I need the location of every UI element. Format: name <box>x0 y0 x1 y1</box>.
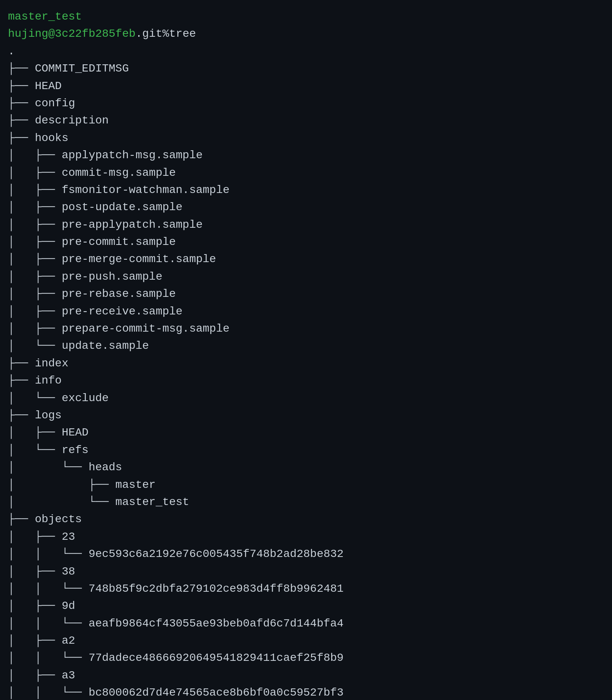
command-prompt-line: hujing@3c22fb285feb .git % tree <box>8 25 604 42</box>
user-host-label: master_test <box>8 8 82 25</box>
prompt-symbol: % <box>162 25 169 42</box>
initial-prompt-line: master_test <box>8 8 604 25</box>
command-text: tree <box>169 25 196 42</box>
path-text: .git <box>135 25 162 42</box>
user-host-text: hujing@3c22fb285feb <box>8 25 135 42</box>
tree-output: .├── COMMIT_EDITMSG├── HEAD├── config├──… <box>8 43 604 700</box>
terminal-window: master_test hujing@3c22fb285feb .git % t… <box>8 4 604 700</box>
